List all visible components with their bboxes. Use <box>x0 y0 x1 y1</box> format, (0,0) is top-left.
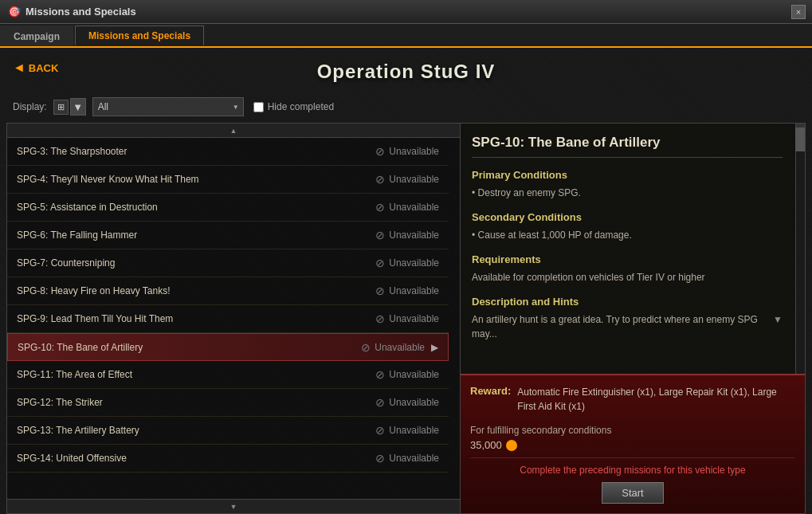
mission-item[interactable]: SPG-4: They'll Never Know What Hit Them⊘… <box>7 166 449 194</box>
unavailable-icon: ⊘ <box>375 229 385 241</box>
mission-name: SPG-7: Countersniping <box>17 257 115 269</box>
mission-item[interactable]: SPG-14: United Offensive⊘Unavailable <box>7 445 449 473</box>
description-header: Description and Hints <box>472 296 783 308</box>
filter-dropdown-arrow[interactable]: ▼ <box>70 98 86 116</box>
reward-secondary: For fulfilling secondary conditions <box>470 420 795 436</box>
detail-scrollable: ▲ SPG-10: The Bane of Artillery Primary … <box>461 124 805 374</box>
reward-section: Reward: Automatic Fire Extinguisher (x1)… <box>461 374 805 513</box>
hide-completed-wrapper: Hide completed <box>253 101 334 112</box>
mission-item[interactable]: SPG-5: Assistance in Destruction⊘Unavail… <box>7 194 449 222</box>
mission-item[interactable]: SPG-12: The Striker⊘Unavailable <box>7 389 449 417</box>
detail-title: SPG-10: The Bane of Artillery <box>472 135 783 158</box>
credits-amount: 35,000 <box>470 439 502 451</box>
unavailable-icon: ⊘ <box>375 424 385 437</box>
operation-header: ◄ BACK Operation StuG IV <box>0 48 812 92</box>
status-text: Unavailable <box>389 202 439 213</box>
mission-list-container: ▲ SPG-3: The Sharpshooter⊘UnavailableSPG… <box>6 123 461 514</box>
mission-list-inner: SPG-3: The Sharpshooter⊘UnavailableSPG-4… <box>7 138 460 473</box>
status-text: Unavailable <box>389 453 439 464</box>
description-content: An artillery hunt is a great idea. Try t… <box>472 312 783 341</box>
secondary-condition-1: Cause at least 1,000 HP of damage. <box>472 228 783 242</box>
mission-item[interactable]: SPG-6: The Falling Hammer⊘Unavailable <box>7 222 449 249</box>
requirements-content: Available for completion on vehicles of … <box>472 270 783 284</box>
hide-completed-checkbox[interactable] <box>253 102 264 112</box>
title-bar: 🎯 Missions and Specials × <box>0 0 812 24</box>
reward-text: Automatic Fire Extinguisher (x1), Large … <box>517 385 795 414</box>
content-area: ▲ SPG-3: The Sharpshooter⊘UnavailableSPG… <box>6 123 806 514</box>
mission-status: ⊘Unavailable <box>375 284 439 297</box>
mission-item[interactable]: SPG-10: The Bane of Artillery⊘Unavailabl… <box>7 333 449 361</box>
unavailable-icon: ⊘ <box>361 341 371 354</box>
requirements-header: Requirements <box>472 253 783 265</box>
list-scroll-down[interactable]: ▼ <box>7 499 460 513</box>
mission-status: ⊘Unavailable <box>375 424 439 437</box>
secondary-conditions-header: Secondary Conditions <box>472 211 783 223</box>
status-text: Unavailable <box>389 230 439 241</box>
status-text: Unavailable <box>375 342 425 353</box>
status-text: Unavailable <box>389 285 439 296</box>
mission-name: SPG-6: The Falling Hammer <box>17 230 137 241</box>
tab-campaign[interactable]: Campaign <box>0 26 73 46</box>
detail-wrapper: ▲ SPG-10: The Bane of Artillery Primary … <box>461 124 805 513</box>
detail-scroll-thumb <box>795 128 805 151</box>
mission-item[interactable]: SPG-7: Countersniping⊘Unavailable <box>7 249 449 277</box>
tab-missions-specials[interactable]: Missions and Specials <box>75 26 204 46</box>
mission-status: ⊘Unavailable <box>375 145 439 158</box>
reward-credits: 35,000 <box>470 439 795 451</box>
mission-status: ⊘Unavailable <box>375 173 439 186</box>
status-text: Unavailable <box>389 146 439 157</box>
unavailable-icon: ⊘ <box>375 396 385 409</box>
description-expand[interactable]: ▼ <box>773 312 783 327</box>
mission-name: SPG-11: The Area of Effect <box>17 369 132 380</box>
unavailable-icon: ⊘ <box>375 312 385 325</box>
mission-status: ⊘Unavailable <box>375 257 439 269</box>
mission-list: SPG-3: The Sharpshooter⊘UnavailableSPG-4… <box>7 138 460 499</box>
mission-name: SPG-8: Heavy Fire on Heavy Tanks! <box>17 285 171 296</box>
detail-scrollbar[interactable]: ▲ <box>795 124 805 374</box>
hide-completed-label: Hide completed <box>268 101 334 112</box>
status-text: Unavailable <box>389 425 439 436</box>
primary-conditions-content: Destroy an enemy SPG. <box>472 186 783 200</box>
filter-icon: ⊞ <box>57 102 65 112</box>
filter-icon-button[interactable]: ⊞ <box>53 100 69 115</box>
mission-status: ⊘Unavailable <box>375 368 439 381</box>
mission-name: SPG-4: They'll Never Know What Hit Them <box>17 174 199 185</box>
status-text: Unavailable <box>389 257 439 269</box>
mission-item[interactable]: SPG-13: The Artillery Battery⊘Unavailabl… <box>7 417 449 445</box>
filter-select[interactable]: All <box>92 97 244 116</box>
selected-chevron-icon: ▶ <box>431 342 438 353</box>
back-label: BACK <box>29 62 59 74</box>
mission-status: ⊘Unavailable <box>375 201 439 214</box>
title-icon: 🎯 <box>8 6 21 18</box>
secondary-conditions-content: Cause at least 1,000 HP of damage. <box>472 228 783 242</box>
mission-name: SPG-3: The Sharpshooter <box>17 146 127 157</box>
unavailable-icon: ⊘ <box>375 257 385 269</box>
filter-select-wrapper: All <box>92 97 244 116</box>
list-scroll-up[interactable]: ▲ <box>7 124 460 138</box>
primary-condition-1: Destroy an enemy SPG. <box>472 186 783 200</box>
start-button[interactable]: Start <box>602 482 663 504</box>
operation-title: Operation StuG IV <box>0 61 812 83</box>
reward-label: Reward: <box>470 385 511 397</box>
description-text: An artillery hunt is a great idea. Try t… <box>472 312 770 341</box>
mission-item[interactable]: SPG-11: The Area of Effect⊘Unavailable <box>7 361 449 389</box>
unavailable-icon: ⊘ <box>375 368 385 381</box>
toolbar: Display: ⊞ ▼ All Hide completed <box>0 92 812 123</box>
unavailable-icon: ⊘ <box>375 284 385 297</box>
mission-item[interactable]: SPG-3: The Sharpshooter⊘Unavailable <box>7 138 449 166</box>
mission-status: ⊘Unavailable▶ <box>361 341 438 354</box>
back-button[interactable]: ◄ BACK <box>13 61 58 75</box>
mission-status: ⊘Unavailable <box>375 229 439 241</box>
mission-item[interactable]: SPG-9: Lead Them Till You Hit Them⊘Unava… <box>7 305 449 333</box>
main-content: ◄ BACK Operation StuG IV Display: ⊞ ▼ Al… <box>0 48 812 514</box>
tab-bar: Campaign Missions and Specials <box>0 24 812 48</box>
mission-name: SPG-5: Assistance in Destruction <box>17 202 158 213</box>
display-label: Display: <box>13 101 47 112</box>
unavailable-icon: ⊘ <box>375 201 385 214</box>
status-text: Unavailable <box>389 397 439 408</box>
mission-item[interactable]: SPG-8: Heavy Fire on Heavy Tanks!⊘Unavai… <box>7 277 449 305</box>
mission-status: ⊘Unavailable <box>375 396 439 409</box>
close-button[interactable]: × <box>791 5 806 19</box>
mission-status: ⊘Unavailable <box>375 312 439 325</box>
complete-notice: Complete the preceding missions for this… <box>470 457 795 476</box>
